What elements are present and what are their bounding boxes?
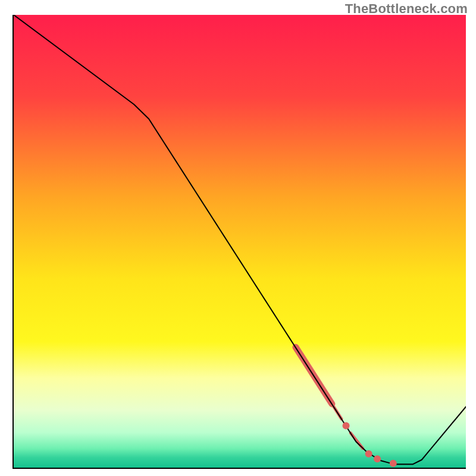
data-marker-1 (365, 450, 372, 458)
data-marker-2 (374, 455, 381, 462)
chart-stage: TheBottleneck.com (0, 0, 476, 476)
bottleneck-curve (14, 15, 466, 464)
data-marker-0 (343, 422, 350, 430)
chart-line-layer (14, 15, 466, 469)
plot-area (12, 15, 466, 469)
data-marker-3 (390, 460, 397, 467)
